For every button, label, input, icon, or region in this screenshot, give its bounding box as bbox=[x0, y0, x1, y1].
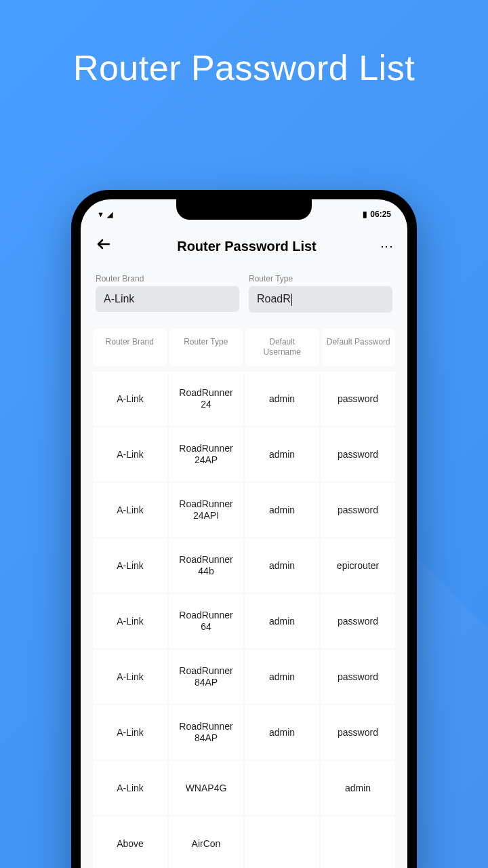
cell-username: admin bbox=[245, 650, 319, 704]
table-row[interactable]: A-LinkRoadRunner 44badminepicrouter bbox=[93, 538, 395, 593]
app-header: Router Password List ⋮ bbox=[81, 224, 407, 269]
table-row[interactable]: AboveAirCon bbox=[93, 816, 395, 868]
cell-username: admin bbox=[245, 705, 319, 760]
notch bbox=[176, 199, 312, 220]
table-row[interactable]: A-LinkRoadRunner 24APadminpassword bbox=[93, 427, 395, 481]
cell-password bbox=[321, 816, 395, 868]
cell-brand: A-Link bbox=[93, 483, 167, 537]
th-username: Default Username bbox=[245, 329, 319, 366]
cell-brand: A-Link bbox=[93, 538, 167, 593]
wifi-icon: ▼ bbox=[97, 210, 104, 218]
table-body[interactable]: A-LinkRoadRunner 24adminpasswordA-LinkRo… bbox=[81, 372, 407, 868]
cell-brand: A-Link bbox=[93, 705, 167, 760]
cell-type: WNAP4G bbox=[169, 761, 243, 815]
cell-type: RoadRunner 64 bbox=[169, 594, 243, 648]
cell-brand: A-Link bbox=[93, 761, 167, 815]
cell-password: password bbox=[321, 427, 395, 481]
type-filter-label: Router Type bbox=[249, 274, 392, 283]
table-header: Router Brand Router Type Default Usernam… bbox=[93, 329, 395, 366]
type-filter-group: Router Type RoadR bbox=[249, 274, 392, 313]
cell-username: admin bbox=[245, 483, 319, 537]
cell-password: password bbox=[321, 650, 395, 704]
table-row[interactable]: A-LinkRoadRunner 84APadminpassword bbox=[93, 650, 395, 704]
cell-username: admin bbox=[245, 538, 319, 593]
table-row[interactable]: A-LinkRoadRunner 84APadminpassword bbox=[93, 705, 395, 760]
signal-icon: ◢ bbox=[107, 210, 113, 219]
cell-brand: A-Link bbox=[93, 372, 167, 426]
table-row[interactable]: A-LinkWNAP4Gadmin bbox=[93, 761, 395, 815]
brand-filter-input[interactable] bbox=[96, 286, 239, 312]
table-row[interactable]: A-LinkRoadRunner 24adminpassword bbox=[93, 372, 395, 426]
cell-username: admin bbox=[245, 427, 319, 481]
brand-filter-group: Router Brand bbox=[96, 274, 239, 313]
cell-username bbox=[245, 816, 319, 868]
cell-password: password bbox=[321, 372, 395, 426]
cell-type: RoadRunner 44b bbox=[169, 538, 243, 593]
type-filter-input[interactable]: RoadR bbox=[249, 286, 392, 313]
filter-row: Router Brand Router Type RoadR bbox=[81, 269, 407, 323]
cell-type: RoadRunner 24 bbox=[169, 372, 243, 426]
cell-type: RoadRunner 84AP bbox=[169, 650, 243, 704]
battery-icon: ▮ bbox=[363, 210, 367, 219]
phone-frame: ▼ ◢ ▮ 06:25 Router Password List ⋮ Route… bbox=[71, 190, 417, 868]
cell-type: RoadRunner 84AP bbox=[169, 705, 243, 760]
cell-brand: A-Link bbox=[93, 427, 167, 481]
cell-type: AirCon bbox=[169, 816, 243, 868]
cell-password: epicrouter bbox=[321, 538, 395, 593]
cell-brand: A-Link bbox=[93, 650, 167, 704]
cell-password: admin bbox=[321, 761, 395, 815]
cell-type: RoadRunner 24AP bbox=[169, 427, 243, 481]
page-title: Router Password List bbox=[177, 239, 317, 254]
status-time: 06:25 bbox=[370, 210, 391, 219]
th-type: Router Type bbox=[169, 329, 243, 366]
promo-title: Router Password List bbox=[0, 0, 488, 88]
cell-brand: Above bbox=[93, 816, 167, 868]
brand-filter-label: Router Brand bbox=[96, 274, 239, 283]
back-button[interactable] bbox=[96, 236, 112, 256]
th-password: Default Password bbox=[322, 329, 396, 366]
table-row[interactable]: A-LinkRoadRunner 64adminpassword bbox=[93, 594, 395, 648]
table-row[interactable]: A-LinkRoadRunner 24APIadminpassword bbox=[93, 483, 395, 537]
phone-screen: ▼ ◢ ▮ 06:25 Router Password List ⋮ Route… bbox=[81, 199, 407, 868]
th-brand: Router Brand bbox=[93, 329, 167, 366]
cell-username: admin bbox=[245, 594, 319, 648]
cell-brand: A-Link bbox=[93, 594, 167, 648]
cell-password: password bbox=[321, 594, 395, 648]
cell-password: password bbox=[321, 483, 395, 537]
cell-password: password bbox=[321, 705, 395, 760]
cell-type: RoadRunner 24API bbox=[169, 483, 243, 537]
cell-username: admin bbox=[245, 372, 319, 426]
more-menu-button[interactable]: ⋮ bbox=[381, 241, 393, 252]
cell-username bbox=[245, 761, 319, 815]
